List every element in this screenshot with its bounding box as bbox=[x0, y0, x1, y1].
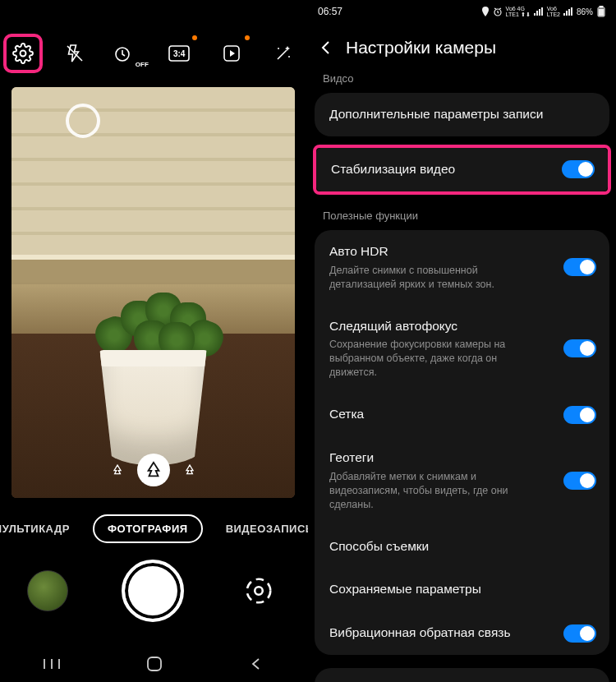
svg-point-6 bbox=[278, 48, 279, 49]
status-bar: 06:57 Vo6 4GLTE1 ⬆⬇ Vo6LTE2 86% bbox=[308, 0, 616, 23]
svg-marker-5 bbox=[230, 50, 235, 57]
toggle-video-stabilization[interactable] bbox=[562, 160, 595, 178]
row-subtitle: Делайте снимки с повышенной детализацией… bbox=[329, 264, 595, 292]
toggle-tracking-af[interactable] bbox=[563, 339, 596, 357]
svg-point-8 bbox=[247, 579, 271, 603]
row-auto-hdr[interactable]: Авто HDR Делайте снимки с повышенной дет… bbox=[315, 230, 609, 305]
zoom-1x-button[interactable] bbox=[137, 454, 170, 486]
row-title: Вибрационная обратная связь bbox=[329, 624, 595, 642]
row-geotags[interactable]: Геотеги Добавляйте метки к снимкам и вид… bbox=[315, 436, 609, 525]
zoom-ultrawide-button[interactable] bbox=[106, 459, 129, 482]
sim2-label: Vo6LTE2 bbox=[547, 6, 560, 17]
android-navbar bbox=[0, 646, 306, 682]
tree-small-icon bbox=[183, 463, 196, 477]
mode-video[interactable]: ВИДЕОЗАПИСЬ bbox=[218, 516, 322, 541]
toggle-auto-hdr[interactable] bbox=[563, 258, 596, 276]
row-tracking-af[interactable]: Следящий автофокус Сохранение фокусировк… bbox=[315, 305, 609, 394]
location-icon bbox=[481, 7, 490, 16]
toggle-grid[interactable] bbox=[563, 406, 596, 424]
settings-button[interactable] bbox=[3, 34, 43, 73]
filters-button[interactable] bbox=[264, 34, 303, 73]
row-advanced-recording[interactable]: Дополнительные параметры записи bbox=[315, 93, 609, 136]
focus-ring-icon bbox=[66, 104, 100, 138]
signal-icon bbox=[563, 7, 573, 16]
camera-app-screen: OFF 3:4 bbox=[0, 0, 308, 682]
card-useful: Авто HDR Делайте снимки с повышенной дет… bbox=[315, 230, 609, 655]
nav-home-button[interactable] bbox=[146, 656, 163, 672]
sim1-label: Vo6 4GLTE1 ⬆⬇ bbox=[506, 6, 531, 17]
row-title: Геотеги bbox=[329, 449, 595, 467]
signal-icon bbox=[534, 7, 544, 16]
row-title: Сохраняемые параметры bbox=[329, 581, 595, 598]
switch-camera-button[interactable] bbox=[238, 570, 279, 611]
motion-photo-button[interactable] bbox=[212, 34, 251, 73]
toggle-haptic[interactable] bbox=[563, 624, 596, 643]
row-shooting-methods[interactable]: Способы съемки bbox=[315, 525, 609, 569]
settings-header: Настройки камеры bbox=[308, 26, 616, 72]
shutter-button[interactable] bbox=[122, 560, 184, 622]
camera-top-toolbar: OFF 3:4 bbox=[0, 25, 306, 82]
camera-settings-screen: 06:57 Vo6 4GLTE1 ⬆⬇ Vo6LTE2 86% Настройк… bbox=[308, 0, 616, 682]
nav-recents-button[interactable] bbox=[43, 657, 61, 670]
flash-button[interactable] bbox=[55, 34, 94, 73]
card-video: Дополнительные параметры записи bbox=[315, 93, 609, 136]
scene-background bbox=[11, 87, 295, 260]
back-icon bbox=[249, 657, 264, 671]
nav-back-button[interactable] bbox=[249, 657, 264, 671]
mode-multiframe[interactable]: МУЛЬТИКАДР bbox=[0, 516, 78, 541]
gallery-thumbnail-button[interactable] bbox=[27, 570, 68, 611]
section-label-useful: Полезные функции bbox=[308, 205, 616, 230]
row-haptic[interactable]: Вибрационная обратная связь bbox=[315, 611, 609, 655]
back-button[interactable] bbox=[318, 39, 334, 56]
status-icons: Vo6 4GLTE1 ⬆⬇ Vo6LTE2 86% bbox=[481, 6, 606, 17]
row-subtitle: Сохранение фокусировки камеры на выбранн… bbox=[329, 338, 595, 380]
row-video-stabilization[interactable]: Стабилизация видео bbox=[316, 148, 608, 191]
gear-icon bbox=[12, 43, 34, 64]
tree-small-icon bbox=[111, 463, 124, 477]
settings-title: Настройки камеры bbox=[346, 38, 496, 58]
zoom-selector bbox=[106, 454, 201, 486]
scene-plant bbox=[88, 293, 219, 358]
row-title: Дополнительные параметры записи bbox=[329, 106, 595, 123]
svg-point-9 bbox=[255, 587, 263, 595]
row-subtitle: Добавляйте метки к снимкам и видеозапися… bbox=[329, 470, 595, 512]
svg-point-7 bbox=[288, 56, 290, 58]
aspect-ratio-button[interactable]: 3:4 bbox=[159, 34, 199, 73]
tree-icon bbox=[145, 461, 163, 479]
svg-rect-17 bbox=[599, 9, 604, 16]
svg-point-0 bbox=[21, 51, 26, 57]
home-icon bbox=[146, 656, 163, 672]
row-grid[interactable]: Сетка bbox=[315, 393, 609, 436]
timer-label: OFF bbox=[136, 61, 149, 68]
section-label-video: Видсо bbox=[308, 72, 616, 93]
mode-photo[interactable]: ФОТОГРАФИЯ bbox=[93, 514, 203, 543]
row-title: Сетка bbox=[329, 406, 595, 423]
highlight-stabilization: Стабилизация видео bbox=[313, 145, 611, 195]
camera-mode-selector: МУЛЬТИКАДР ФОТОГРАФИЯ ВИДЕОЗАПИСЬ bbox=[0, 514, 306, 543]
scene-pot bbox=[100, 350, 207, 465]
camera-viewfinder[interactable] bbox=[11, 87, 295, 498]
timer-button[interactable]: OFF bbox=[108, 34, 147, 73]
indicator-dot-icon bbox=[245, 35, 250, 40]
aspect-ratio-label: 3:4 bbox=[173, 49, 185, 58]
indicator-dot-icon bbox=[192, 35, 197, 40]
motion-photo-icon bbox=[222, 44, 241, 63]
toggle-geotags[interactable] bbox=[563, 472, 596, 490]
recents-icon bbox=[43, 657, 61, 670]
status-time: 06:57 bbox=[318, 6, 342, 17]
row-reset[interactable]: Сброс настроек bbox=[315, 668, 609, 682]
row-save-params[interactable]: Сохраняемые параметры bbox=[315, 568, 609, 611]
battery-icon bbox=[596, 6, 606, 17]
magic-wand-icon bbox=[274, 44, 293, 63]
shutter-row bbox=[0, 560, 306, 622]
card-misc: Сброс настроек О приложении "Камера" bbox=[315, 668, 609, 682]
row-title: Стабилизация видео bbox=[331, 161, 593, 178]
switch-camera-icon bbox=[243, 575, 274, 606]
flash-off-icon bbox=[65, 44, 85, 63]
row-title: Способы съемки bbox=[329, 538, 595, 555]
chevron-left-icon bbox=[318, 39, 334, 56]
row-title: Авто HDR bbox=[329, 243, 595, 260]
alarm-icon bbox=[493, 7, 503, 16]
zoom-tele-button[interactable] bbox=[178, 459, 201, 482]
row-title: Следящий автофокус bbox=[329, 318, 595, 335]
